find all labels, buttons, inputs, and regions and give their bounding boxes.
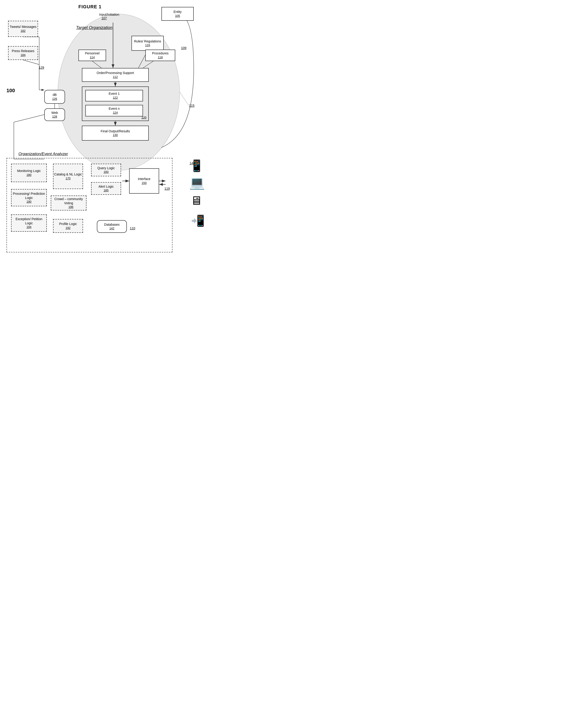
interface-box: Interface 150 <box>129 168 159 193</box>
ref-140-label: 140 <box>190 161 195 165</box>
procedures-box: Procedures 118 <box>145 50 175 61</box>
ref-109-label: 109 <box>181 46 186 50</box>
entity-box: Entity 105 <box>161 7 194 21</box>
monitoring-box: Monitoring Logic 180 <box>11 164 47 182</box>
catalog-box: Catalog & NL Logic 170 <box>53 164 83 189</box>
svg-line-19 <box>180 92 189 106</box>
rules-box: Rules/ Regulations 116 <box>131 36 164 51</box>
alert-box: Alert Logic 185 <box>91 182 121 195</box>
phone-icon: 📱 <box>190 159 204 173</box>
svg-line-10 <box>14 114 44 122</box>
final-output-box: Final Output/Results 130 <box>82 126 149 140</box>
laptop-icon: 💻 <box>189 175 205 190</box>
tablet-icon: 📲 <box>191 214 205 227</box>
press-box: Press Releases 184 <box>8 46 38 60</box>
desktop-icon: 🖥 <box>190 193 202 207</box>
ref-110-label: 110 <box>130 226 135 230</box>
ref-115-label: 115 <box>189 104 194 107</box>
target-org-label: Target Organization <box>76 25 112 30</box>
input-initiation-label: Input/Initiation 107 <box>99 13 119 20</box>
query-box: Query Logic 160 <box>91 164 121 176</box>
tweets-box: Tweets/ Messages 182 <box>8 21 38 37</box>
order-box: Order/Processing Support 112 <box>82 68 149 82</box>
personnel-box: Personnel 114 <box>78 50 106 61</box>
figure-title: FIGURE 1 <box>78 4 101 9</box>
exception-box: Exception/ Petition Logic 194 <box>11 214 47 232</box>
ref-119-label: 119 <box>165 187 170 190</box>
system-ref-label: 100 <box>6 87 15 94</box>
db-box: dB 126 <box>44 90 65 104</box>
databases-box: Databases 142 <box>97 220 127 233</box>
profile-box: Profile Logic 192 <box>53 219 83 233</box>
web-box: Web 128 <box>44 108 65 121</box>
crowd-box: Crowd – community Voting 196 <box>51 196 86 210</box>
analyzer-label: Organization/Event Analyzer <box>19 152 68 156</box>
processing-box: Processing/ Prediction Logic 190 <box>11 189 47 206</box>
ref-129-label: 129 <box>39 66 44 69</box>
event1-box: Event 1 122 <box>85 90 143 101</box>
svg-line-14 <box>23 60 39 64</box>
eventn-box: Event n 124 <box>85 105 143 116</box>
